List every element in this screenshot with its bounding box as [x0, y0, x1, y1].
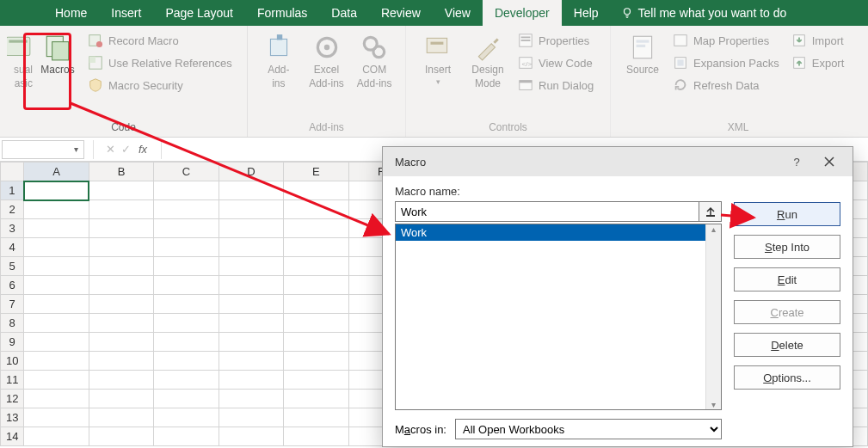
macros-in-select[interactable]: All Open Workbooks	[455, 419, 722, 439]
cell[interactable]	[24, 276, 89, 295]
cell[interactable]	[154, 181, 219, 200]
tab-page-layout[interactable]: Page Layout	[153, 0, 245, 26]
create-button[interactable]: Create	[734, 300, 840, 324]
select-all-corner[interactable]	[1, 163, 24, 181]
run-dialog-button[interactable]: Run Dialog	[518, 77, 594, 93]
column-header[interactable]: B	[89, 163, 153, 181]
insert-control-button[interactable]: Insert ▾	[413, 29, 463, 120]
cell[interactable]	[284, 181, 348, 200]
row-header[interactable]: 1	[1, 181, 24, 200]
delete-button[interactable]: Delete	[734, 333, 840, 357]
dialog-titlebar[interactable]: Macro ?	[383, 147, 853, 176]
cell[interactable]	[89, 371, 153, 390]
tab-data[interactable]: Data	[319, 0, 369, 26]
row-header[interactable]: 2	[1, 200, 24, 219]
reference-button[interactable]	[699, 201, 722, 222]
macro-name-input[interactable]	[395, 201, 699, 222]
row-header[interactable]: 10	[1, 352, 24, 371]
cell[interactable]	[154, 371, 219, 390]
macro-list[interactable]: Work ▴▾	[395, 224, 722, 410]
cell[interactable]	[24, 427, 89, 446]
row-header[interactable]: 12	[1, 390, 24, 408]
cell[interactable]	[24, 390, 89, 408]
cell[interactable]	[219, 390, 284, 408]
cell[interactable]	[24, 238, 89, 257]
cell[interactable]	[154, 276, 219, 295]
row-header[interactable]: 7	[1, 295, 24, 314]
xml-import-button[interactable]: Import	[791, 33, 845, 48]
view-code-button[interactable]: </> View Code	[518, 55, 594, 71]
cell[interactable]	[219, 219, 284, 238]
chevron-down-icon[interactable]: ▾	[74, 144, 78, 154]
row-header[interactable]: 14	[1, 427, 24, 446]
step-into-button[interactable]: Step Into	[734, 235, 840, 259]
cell[interactable]	[284, 333, 348, 352]
cell[interactable]	[154, 295, 219, 314]
cell[interactable]	[89, 352, 153, 371]
column-header[interactable]: E	[284, 163, 348, 181]
edit-button[interactable]: Edit	[734, 267, 840, 292]
cell[interactable]	[154, 352, 219, 371]
cell[interactable]	[154, 333, 219, 352]
tab-help[interactable]: Help	[562, 0, 611, 26]
cell[interactable]	[284, 427, 348, 446]
cell[interactable]	[154, 200, 219, 219]
cell[interactable]	[284, 257, 348, 276]
macro-security-button[interactable]: Macro Security	[88, 77, 232, 93]
cell[interactable]	[89, 295, 153, 314]
cell[interactable]	[219, 200, 284, 219]
cell[interactable]	[89, 181, 153, 200]
cell[interactable]	[284, 200, 348, 219]
macros-button[interactable]: Macros	[33, 29, 83, 120]
scrollbar[interactable]: ▴▾	[705, 224, 721, 409]
cell[interactable]	[284, 314, 348, 333]
properties-button[interactable]: Properties	[518, 33, 594, 48]
cell[interactable]	[219, 276, 284, 295]
cell[interactable]	[284, 352, 348, 371]
cell[interactable]	[24, 352, 89, 371]
cell[interactable]	[89, 390, 153, 408]
use-relative-references-button[interactable]: Use Relative References	[88, 55, 232, 71]
cell[interactable]	[24, 257, 89, 276]
excel-addins-button[interactable]: Excel Add-ins	[303, 29, 351, 120]
addins-button[interactable]: Add- ins	[255, 29, 303, 120]
cell[interactable]	[24, 219, 89, 238]
cell[interactable]	[24, 333, 89, 352]
cell[interactable]	[284, 238, 348, 257]
tab-formulas[interactable]: Formulas	[245, 0, 319, 26]
cell[interactable]	[219, 371, 284, 390]
cell[interactable]	[89, 408, 153, 427]
scroll-up-icon[interactable]: ▴	[711, 224, 716, 234]
cell[interactable]	[219, 352, 284, 371]
macro-list-item[interactable]: Work	[396, 224, 721, 241]
cell[interactable]	[89, 314, 153, 333]
cell[interactable]	[24, 371, 89, 390]
cell[interactable]	[89, 219, 153, 238]
cell[interactable]	[24, 314, 89, 333]
cell[interactable]	[154, 390, 219, 408]
row-header[interactable]: 3	[1, 219, 24, 238]
row-header[interactable]: 11	[1, 371, 24, 390]
close-button[interactable]	[813, 150, 846, 173]
cell[interactable]	[219, 181, 284, 200]
cell[interactable]	[89, 276, 153, 295]
cell[interactable]	[219, 333, 284, 352]
cell[interactable]	[24, 181, 89, 200]
row-header[interactable]: 13	[1, 408, 24, 427]
com-addins-button[interactable]: COM Add-ins	[350, 29, 398, 120]
fx-icon[interactable]: fx	[139, 143, 147, 156]
cell[interactable]	[284, 276, 348, 295]
cancel-formula-button[interactable]: ✕	[102, 143, 118, 156]
xml-export-button[interactable]: Export	[791, 55, 845, 71]
help-button[interactable]: ?	[780, 150, 813, 173]
column-header[interactable]: A	[24, 163, 89, 181]
cell[interactable]	[219, 314, 284, 333]
cell[interactable]	[89, 200, 153, 219]
refresh-data-button[interactable]: Refresh Data	[673, 77, 779, 93]
cell[interactable]	[219, 408, 284, 427]
row-header[interactable]: 9	[1, 333, 24, 352]
tab-home[interactable]: Home	[43, 0, 99, 26]
tell-me-search[interactable]: Tell me what you want to do	[611, 0, 797, 26]
tab-insert[interactable]: Insert	[99, 0, 153, 26]
tab-view[interactable]: View	[433, 0, 483, 26]
